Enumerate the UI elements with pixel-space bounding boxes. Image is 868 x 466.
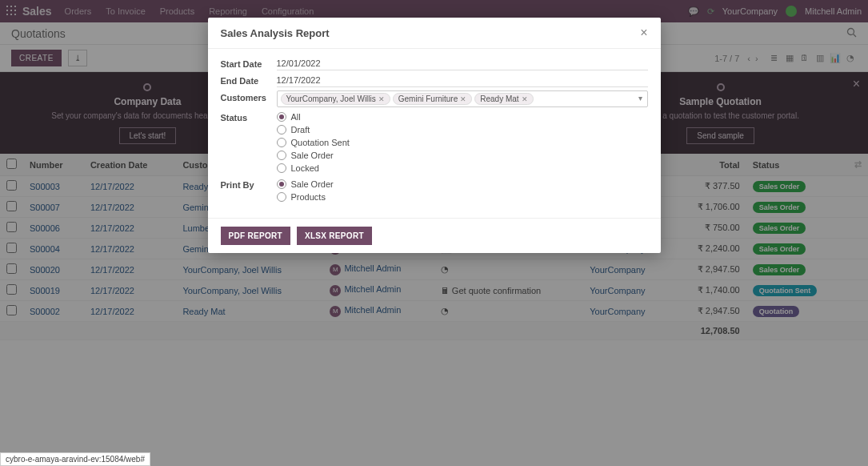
radio-icon bbox=[277, 125, 286, 135]
pdf-report-button[interactable]: PDF REPORT bbox=[221, 227, 290, 245]
tag-remove-icon[interactable]: ✕ bbox=[378, 95, 385, 103]
label-customers: Customers bbox=[221, 90, 277, 102]
input-customers[interactable]: YourCompany, Joel Willis ✕Gemini Furnitu… bbox=[277, 90, 648, 107]
customer-tag[interactable]: YourCompany, Joel Willis ✕ bbox=[281, 93, 390, 105]
label-start-date: Start Date bbox=[221, 57, 277, 69]
modal-overlay: Sales Analysis Report × Start Date 12/01… bbox=[0, 0, 868, 466]
radio-print-products[interactable]: Products bbox=[277, 191, 648, 203]
label-status: Status bbox=[221, 110, 277, 123]
customer-tag[interactable]: Ready Mat ✕ bbox=[474, 93, 533, 105]
label-end-date: End Date bbox=[221, 74, 277, 86]
input-start-date[interactable]: 12/01/2022 bbox=[277, 57, 648, 70]
radio-icon bbox=[277, 179, 286, 189]
dropdown-caret-icon[interactable]: ▾ bbox=[638, 94, 642, 102]
modal-title: Sales Analysis Report bbox=[221, 27, 330, 39]
radio-status-quotation-sent[interactable]: Quotation Sent bbox=[277, 136, 648, 149]
radio-icon bbox=[277, 138, 286, 147]
radio-print-sale-order[interactable]: Sale Order bbox=[277, 178, 648, 191]
sales-analysis-report-dialog: Sales Analysis Report × Start Date 12/01… bbox=[208, 18, 661, 253]
radio-icon bbox=[277, 192, 286, 202]
radio-label: All bbox=[291, 112, 301, 122]
modal-close-icon[interactable]: × bbox=[640, 26, 647, 40]
radio-label: Sale Order bbox=[291, 179, 334, 189]
radio-label: Products bbox=[291, 192, 326, 202]
radio-icon bbox=[277, 112, 286, 122]
radio-status-locked[interactable]: Locked bbox=[277, 162, 648, 175]
tag-remove-icon[interactable]: ✕ bbox=[460, 95, 466, 103]
tag-remove-icon[interactable]: ✕ bbox=[522, 95, 528, 103]
radio-status-draft[interactable]: Draft bbox=[277, 123, 648, 136]
label-print-by: Print By bbox=[221, 178, 277, 190]
radio-label: Draft bbox=[291, 125, 310, 135]
radio-label: Locked bbox=[291, 163, 319, 173]
radio-label: Quotation Sent bbox=[291, 138, 350, 147]
radio-status-sale-order[interactable]: Sale Order bbox=[277, 149, 648, 162]
radio-icon bbox=[277, 163, 286, 173]
radio-status-all[interactable]: All bbox=[277, 110, 648, 123]
input-end-date[interactable]: 12/17/2022 bbox=[277, 74, 648, 87]
radio-icon bbox=[277, 151, 286, 160]
browser-status-bar: cybro-e-amaya-aravind-ev:15084/web# bbox=[0, 452, 150, 466]
radio-label: Sale Order bbox=[291, 151, 334, 160]
customer-tag[interactable]: Gemini Furniture ✕ bbox=[393, 93, 472, 105]
xlsx-report-button[interactable]: XLSX REPORT bbox=[297, 227, 372, 245]
